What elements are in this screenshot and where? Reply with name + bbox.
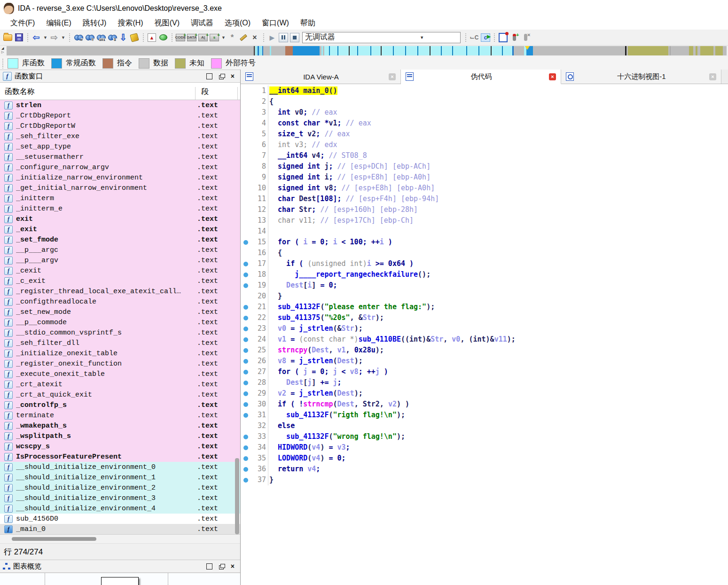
close-panel-button[interactable]: ×	[231, 74, 235, 79]
function-row[interactable]: f__p___argv.text	[0, 255, 240, 265]
back-history-dropdown[interactable]: ▼	[42, 32, 48, 43]
function-row[interactable]: f_register_onexit_function.text	[0, 359, 240, 369]
function-row[interactable]: f_controlfp_s.text	[0, 400, 240, 410]
float-panel-button[interactable]	[219, 564, 224, 569]
save-button[interactable]	[13, 32, 24, 43]
open-file-button[interactable]	[2, 32, 13, 43]
function-row[interactable]: f_wmakepath_s.text	[0, 421, 240, 431]
function-row[interactable]: f_register_thread_local_exe_atexit_call……	[0, 286, 240, 296]
function-row[interactable]: f_CrtDbgReport.text	[0, 110, 240, 121]
function-row[interactable]: f__p___argc.text	[0, 245, 240, 255]
function-row[interactable]: fstrlen.text	[0, 100, 240, 110]
function-row[interactable]: f_set_app_type.text	[0, 141, 240, 152]
scrollbar-thumb[interactable]	[12, 537, 96, 541]
line-address-dot[interactable]	[243, 413, 248, 418]
menu-item-5[interactable]: 视图(V)	[149, 17, 185, 29]
function-row[interactable]: f_crt_at_quick_exit.text	[0, 390, 240, 400]
menu-item-1[interactable]: 文件(F)	[5, 17, 40, 29]
line-address-dot[interactable]	[243, 316, 248, 320]
debugger-stop-button[interactable]	[289, 32, 300, 43]
graph-overview-header[interactable]: 图表概览 ×	[0, 560, 240, 573]
function-row[interactable]: f_main_0.text	[0, 524, 240, 534]
tab-IDA View-A[interactable]: IDA View-A×	[241, 70, 401, 84]
functions-vertical-scrollbar[interactable]	[235, 458, 239, 534]
search-next-button[interactable]: ⇩	[106, 32, 117, 43]
navigate-forward-button[interactable]: ⇨	[48, 32, 60, 43]
function-row[interactable]: f__setusermatherr.text	[0, 152, 240, 162]
legend-drag-handle[interactable]	[0, 58, 7, 69]
problem-list-button[interactable]: ▲	[146, 32, 157, 43]
navigate-back-button[interactable]: ⇦	[31, 32, 42, 43]
function-row[interactable]: f_get_initial_narrow_environment.text	[0, 183, 240, 193]
debugger-select[interactable]: 无调试器 ▼	[302, 32, 461, 43]
menu-item-6[interactable]: 调试器	[185, 17, 219, 29]
function-row[interactable]: f_configthreadlocale.text	[0, 296, 240, 307]
line-address-dot[interactable]	[243, 337, 248, 342]
float-panel-button[interactable]	[219, 74, 224, 79]
pseudocode-view[interactable]: 1__int64 main_0()2{3 int v0; // eax4 con…	[241, 84, 728, 585]
tab-close-icon[interactable]: ×	[389, 73, 396, 80]
menu-item-8[interactable]: 窗口(W)	[256, 17, 295, 29]
line-address-dot[interactable]	[243, 370, 248, 374]
menu-item-7[interactable]: 选项(O)	[219, 17, 256, 29]
function-row[interactable]: f__should_initialize_environment_2.text	[0, 483, 240, 493]
tab-十六进制视图-1[interactable]: 十六进制视图-1×	[561, 70, 721, 84]
function-row[interactable]: f__should_initialize_environment_4.text	[0, 503, 240, 514]
menu-item-9[interactable]: 帮助	[295, 17, 321, 29]
functions-column-header[interactable]: 函数名称 段	[0, 83, 240, 100]
navigation-band[interactable]	[7, 46, 727, 55]
line-address-dot[interactable]	[243, 348, 248, 353]
line-address-dot[interactable]	[243, 381, 248, 385]
function-row[interactable]: fsub_4156D0.text	[0, 514, 240, 524]
search-text-button[interactable]: T	[84, 32, 95, 43]
delete-button[interactable]: ×	[249, 32, 260, 43]
line-address-dot[interactable]	[243, 402, 248, 407]
function-row[interactable]: f_CrtDbgReportW.text	[0, 121, 240, 131]
tab-伪代码[interactable]: 伪代码×	[401, 70, 561, 84]
functions-list[interactable]: fstrlen.textf_CrtDbgReport.textf_CrtDbgR…	[0, 100, 240, 535]
line-address-dot[interactable]	[243, 262, 248, 266]
menu-item-3[interactable]: 跳转(J)	[77, 17, 112, 29]
make-code-button[interactable]: CODE+	[175, 32, 186, 43]
line-address-dot[interactable]	[243, 240, 248, 245]
line-address-dot[interactable]	[243, 273, 248, 277]
function-row[interactable]: f__stdio_common_vsprintf_s.text	[0, 328, 240, 338]
function-row[interactable]: f__p__commode.text	[0, 317, 240, 328]
search-immediate-button[interactable]: 101	[95, 32, 106, 43]
line-address-dot[interactable]	[243, 391, 248, 396]
function-row[interactable]: f_set_fmode.text	[0, 234, 240, 245]
function-row[interactable]: f__should_initialize_environment_0.text	[0, 462, 240, 472]
function-row[interactable]: f_cexit.text	[0, 265, 240, 276]
edit-button[interactable]	[238, 32, 249, 43]
debugger-pause-button[interactable]	[278, 32, 289, 43]
line-address-dot[interactable]	[243, 467, 248, 472]
function-row[interactable]: f_execute_onexit_table.text	[0, 369, 240, 379]
function-row[interactable]: fIsProcessorFeaturePresent.text	[0, 452, 240, 462]
function-row[interactable]: f_seh_filter_exe.text	[0, 131, 240, 141]
search-binary-button[interactable]: #	[72, 32, 84, 43]
function-row[interactable]: f_initterm_e.text	[0, 203, 240, 214]
tab-close-icon[interactable]: ×	[549, 73, 556, 80]
maximize-panel-button[interactable]	[206, 563, 212, 569]
delete-breakpoint-button[interactable]: ×	[520, 32, 531, 43]
line-address-dot[interactable]	[243, 327, 248, 331]
line-address-dot[interactable]	[243, 359, 248, 364]
highlight-tool-button[interactable]	[129, 32, 140, 43]
make-struct-button[interactable]: s+	[209, 32, 220, 43]
function-row[interactable]: fwcscpy_s.text	[0, 441, 240, 452]
close-panel-button[interactable]: ×	[231, 564, 235, 569]
column-header-segment[interactable]: 段	[196, 87, 238, 100]
make-data-button[interactable]: DATA+	[186, 32, 197, 43]
function-row[interactable]: fterminate.text	[0, 410, 240, 421]
line-address-dot[interactable]	[243, 435, 248, 439]
line-address-dot[interactable]	[243, 283, 248, 288]
forward-history-dropdown[interactable]: ▼	[60, 32, 66, 43]
function-row[interactable]: f__should_initialize_environment_3.text	[0, 493, 240, 503]
debugger-start-button[interactable]: ▶	[266, 32, 278, 43]
function-row[interactable]: f_exit.text	[0, 224, 240, 234]
run-until-return-button[interactable]: c▶	[480, 32, 491, 43]
function-row[interactable]: f_c_exit.text	[0, 276, 240, 286]
graph-overview-canvas[interactable]	[0, 573, 240, 585]
function-row[interactable]: fexit.text	[0, 214, 240, 224]
column-header-name[interactable]: 函数名称	[0, 87, 196, 100]
